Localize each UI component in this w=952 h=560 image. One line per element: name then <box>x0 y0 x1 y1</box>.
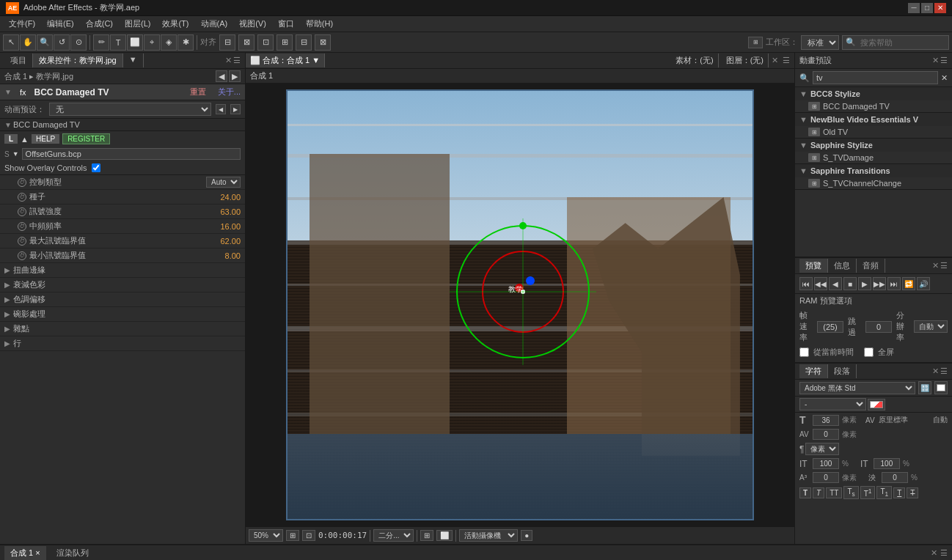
tl-menu[interactable]: ☰ <box>940 548 948 558</box>
left-panel-close[interactable]: ✕ <box>225 56 232 65</box>
preset-search-input[interactable] <box>813 71 938 84</box>
preview-menu[interactable]: ☰ <box>940 261 948 270</box>
presets-close[interactable]: ✕ <box>932 56 939 65</box>
menu-composition[interactable]: 合成(C) <box>80 17 119 31</box>
ts-subscript[interactable]: T1 <box>876 486 892 499</box>
comp-nav-next[interactable]: ▶ <box>229 70 241 82</box>
char-close[interactable]: ✕ <box>932 366 939 376</box>
bcc-sub-arrow[interactable]: ▼ <box>4 121 12 129</box>
tab-composition-viewer[interactable]: ⬜ 合成：合成 1 ▼ <box>246 54 325 67</box>
tracking-input[interactable] <box>813 429 839 440</box>
menu-animation[interactable]: 动画(A) <box>195 17 234 31</box>
align-bottom[interactable]: ⊠ <box>315 34 331 51</box>
param-signal-label[interactable]: 訊號強度 <box>29 206 208 217</box>
tool-pen[interactable]: ✏ <box>93 34 109 51</box>
safe-zones-btn[interactable]: ⊡ <box>302 530 315 541</box>
ts-bold[interactable]: T <box>799 487 811 498</box>
menu-file[interactable]: 文件(F) <box>3 17 41 31</box>
preset-item-tvchannelchange[interactable]: ⊞ S_TVChannelChange <box>795 177 952 189</box>
align-right[interactable]: ⊡ <box>257 34 274 51</box>
presets-menu[interactable]: ☰ <box>940 56 948 65</box>
ts-small-caps[interactable]: Ts <box>843 486 858 499</box>
preset-item-bcc-damaged-tv-1[interactable]: ⊞ BCC Damaged TV <box>795 100 952 112</box>
camera-select[interactable]: 活動攝像機 <box>459 529 518 542</box>
bcc-l-btn[interactable]: L <box>4 134 18 144</box>
ts-italic[interactable]: T <box>813 487 824 498</box>
bcc-reset-button[interactable]: 重置 <box>190 86 206 97</box>
preset-item-old-tv[interactable]: ⊞ Old TV <box>795 126 952 138</box>
preset-section-sap-header[interactable]: ▼ Sapphire Stylize <box>795 139 952 152</box>
tab-audio[interactable]: 音頻 <box>857 259 885 273</box>
para-select[interactable]: 像素 <box>805 443 839 455</box>
param-maxsignal-value[interactable]: 62.00 <box>211 237 241 246</box>
param-midfreq-value[interactable]: 16.00 <box>211 222 241 231</box>
tool-text[interactable]: T <box>110 34 126 51</box>
prev-first[interactable]: ⏮ <box>799 277 813 290</box>
ts-superscript[interactable]: T1 <box>860 486 876 499</box>
param-midfreq-label[interactable]: 中頻頻率 <box>29 221 208 232</box>
tab-layer[interactable]: 图層：(无) <box>722 54 769 67</box>
search-input[interactable] <box>857 37 945 48</box>
prev-prev-frame[interactable]: ◀◀ <box>814 277 827 290</box>
tab-project[interactable]: 项目 <box>4 54 33 67</box>
section-noise[interactable]: ▶ 雜點 <box>0 322 245 336</box>
height-input[interactable] <box>874 458 900 469</box>
bcc-register-btn[interactable]: REGISTER <box>62 133 110 144</box>
prev-next-frame[interactable]: ▶▶ <box>873 277 886 290</box>
center-panel-close[interactable]: ✕ <box>772 56 778 65</box>
preview-close[interactable]: ✕ <box>932 261 939 270</box>
transparency-btn[interactable]: ⬜ <box>436 530 453 541</box>
param-signal-value[interactable]: 63.00 <box>211 207 241 216</box>
skip-input[interactable] <box>865 321 892 333</box>
baseline-input[interactable] <box>813 472 839 483</box>
from-current-checkbox[interactable] <box>799 347 809 357</box>
minimize-button[interactable]: ─ <box>908 3 920 13</box>
fullscreen-checkbox[interactable] <box>864 347 874 357</box>
param-control-type-label[interactable]: 控制類型 <box>29 177 203 188</box>
anim-preset-prev[interactable]: ◀ <box>216 104 226 114</box>
param-maxsignal-label[interactable]: 最大訊號臨界值 <box>29 235 208 246</box>
tool-brush[interactable]: ⬜ <box>127 34 143 51</box>
ts-underline[interactable]: T <box>893 487 905 498</box>
tool-puppet[interactable]: ✱ <box>177 34 194 51</box>
maximize-button[interactable]: □ <box>921 3 933 13</box>
preset-item-tvdamage[interactable]: ⊞ S_TVDamage <box>795 152 952 163</box>
tool-rotate[interactable]: ↺ <box>54 34 70 51</box>
param-seed-label[interactable]: 種子 <box>29 191 208 202</box>
tool-select[interactable]: ↖ <box>3 34 19 51</box>
preset-section-sapt-header[interactable]: ▼ Sapphire Transitions <box>795 164 952 177</box>
menu-layer[interactable]: 图层(L) <box>119 17 156 31</box>
quality-btn[interactable]: ⊞ <box>286 530 299 541</box>
align-top[interactable]: ⊞ <box>277 34 293 51</box>
preset-search-clear[interactable]: ✕ <box>941 73 948 83</box>
left-panel-menu[interactable]: ☰ <box>233 56 241 65</box>
font-color-picker[interactable] <box>934 381 948 394</box>
menu-edit[interactable]: 编辑(E) <box>41 17 80 31</box>
preset-section-bcc8-header[interactable]: ▼ BCC8 Stylize <box>795 87 952 100</box>
center-panel-menu[interactable]: ☰ <box>783 56 790 65</box>
section-line[interactable]: ▶ 行 <box>0 336 245 351</box>
prev-audio[interactable]: 🔊 <box>917 277 930 290</box>
tab-effects-controls[interactable]: 效果控件：教学网.jpg <box>33 54 123 67</box>
close-button[interactable]: ✕ <box>934 3 946 13</box>
section-vignette[interactable]: ▶ 碗影處理 <box>0 307 245 322</box>
grid-btn[interactable]: ⊞ <box>420 530 433 541</box>
param-control-type-select[interactable]: Auto <box>206 177 241 188</box>
preset-section-newblue-header[interactable]: ▼ NewBlue Video Essentials V <box>795 113 952 126</box>
prev-last[interactable]: ⏭ <box>887 277 901 290</box>
tab-info[interactable]: 信息 <box>828 259 857 273</box>
overlay-checkbox[interactable] <box>92 163 100 172</box>
comp-nav-prev[interactable]: ◀ <box>216 70 227 82</box>
font-size-input[interactable] <box>813 415 839 426</box>
prev-play-forward[interactable]: ▶ <box>858 277 871 290</box>
tab-preview[interactable]: 預覽 <box>799 259 828 273</box>
bcc-collapse-arrow[interactable]: ▼ <box>4 88 12 96</box>
tl-tab-comp1[interactable]: 合成 1 × <box>4 546 46 560</box>
menu-view[interactable]: 视图(V) <box>233 17 272 31</box>
tab-paragraph[interactable]: 段落 <box>828 364 857 378</box>
font-style-select[interactable]: - <box>799 398 866 410</box>
resolution-select[interactable]: 自動 <box>914 320 948 333</box>
channel-btn[interactable]: ● <box>521 530 532 541</box>
ts-strikethrough[interactable]: T <box>907 487 918 498</box>
align-center[interactable]: ⊠ <box>238 34 255 51</box>
